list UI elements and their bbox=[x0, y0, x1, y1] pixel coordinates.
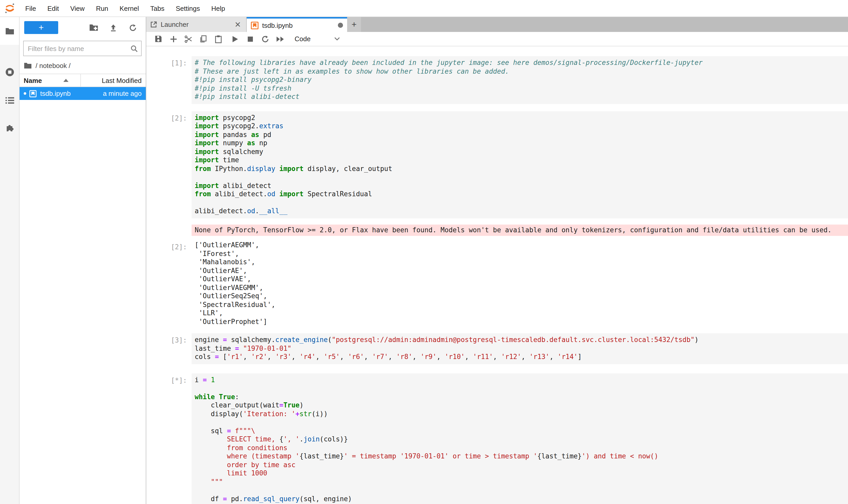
launcher-icon bbox=[150, 21, 157, 28]
tab-tsdb-ipynb[interactable]: tsdb.ipynb bbox=[247, 17, 347, 32]
stop-icon bbox=[247, 36, 253, 42]
jupyter-logo-icon bbox=[4, 3, 15, 14]
refresh-button[interactable] bbox=[123, 21, 143, 34]
home-folder-icon bbox=[24, 62, 32, 69]
cell-output-result: [2]:['OutlierAEGMM', 'IForest', 'Mahalan… bbox=[146, 240, 848, 326]
menu-tabs[interactable]: Tabs bbox=[145, 4, 170, 12]
notebook-toolbar: Code bbox=[146, 32, 848, 46]
plus-icon bbox=[170, 35, 177, 42]
cell-prompt: [3]: bbox=[146, 333, 192, 364]
menu-file[interactable]: File bbox=[20, 4, 42, 12]
cell-prompt: [*]: bbox=[146, 373, 192, 504]
list-icon bbox=[5, 97, 14, 104]
notebook-file-icon bbox=[29, 90, 37, 97]
code-cell: [1]:# The following libraries have alrea… bbox=[146, 56, 848, 104]
paste-button[interactable] bbox=[211, 32, 225, 46]
cell-input-editor[interactable]: engine = sqlalchemy.create_engine("postg… bbox=[192, 333, 848, 364]
filter-files-input[interactable] bbox=[27, 44, 130, 53]
save-icon bbox=[155, 35, 162, 43]
menu-run[interactable]: Run bbox=[90, 4, 114, 12]
output-prompt bbox=[146, 224, 192, 236]
restart-icon bbox=[261, 35, 269, 43]
file-browser-panel: + bbox=[20, 17, 146, 504]
column-divider bbox=[80, 74, 81, 87]
copy-icon bbox=[199, 35, 207, 43]
notebook-icon bbox=[251, 21, 258, 29]
cell-prompt: [1]: bbox=[146, 56, 192, 104]
file-row-tsdb[interactable]: tsdb.ipynb a minute ago bbox=[20, 87, 146, 100]
breadcrumb[interactable]: / notebook / bbox=[20, 56, 146, 74]
menu-edit[interactable]: Edit bbox=[42, 4, 65, 12]
column-name[interactable]: Name bbox=[20, 76, 42, 84]
chevron-down-icon bbox=[334, 37, 340, 41]
cut-button[interactable] bbox=[181, 32, 196, 46]
new-folder-icon bbox=[89, 24, 98, 32]
sidebar-tab-running-sessions[interactable] bbox=[0, 62, 19, 83]
jupyterlab-window: File Edit View Run Kernel Tabs Settings … bbox=[0, 0, 848, 504]
sort-ascending-icon[interactable] bbox=[64, 79, 69, 82]
cell-input-editor[interactable]: import psycopg2 import psycopg2.extras i… bbox=[192, 111, 848, 218]
sidebar-tab-table-of-contents[interactable] bbox=[0, 90, 19, 111]
cell-input-editor[interactable]: i = 1 while True: clear_output(wait=True… bbox=[192, 373, 848, 504]
copy-button[interactable] bbox=[196, 32, 211, 46]
filter-files-box bbox=[23, 41, 142, 56]
new-tab-button[interactable]: + bbox=[347, 17, 361, 32]
left-sidebar-strip bbox=[0, 17, 20, 504]
output-prompt: [2]: bbox=[146, 240, 192, 326]
code-cell: [3]:engine = sqlalchemy.create_engine("p… bbox=[146, 333, 848, 364]
close-tab-icon[interactable]: ✕ bbox=[234, 20, 242, 29]
sidebar-tab-file-browser[interactable] bbox=[0, 17, 19, 45]
cell-input-editor[interactable]: # The following libraries have already b… bbox=[192, 56, 848, 104]
new-folder-button[interactable] bbox=[84, 21, 104, 34]
unsaved-dot-icon bbox=[24, 92, 26, 95]
output-text: None of PyTorch, TensorFlow >= 2.0, or F… bbox=[192, 224, 848, 236]
cell-type-dropdown[interactable]: Code bbox=[294, 35, 340, 43]
tab-launcher-label: Launcher bbox=[161, 21, 230, 28]
stop-button[interactable] bbox=[242, 32, 257, 46]
cell-output-stderr: None of PyTorch, TensorFlow >= 2.0, or F… bbox=[146, 224, 848, 236]
file-name: tsdb.ipynb bbox=[40, 90, 71, 97]
insert-cell-button[interactable] bbox=[166, 32, 181, 46]
cell-prompt: [2]: bbox=[146, 111, 192, 218]
paste-icon bbox=[215, 35, 222, 43]
notebook-content[interactable]: [1]:# The following libraries have alrea… bbox=[146, 46, 848, 504]
output-text: ['OutlierAEGMM', 'IForest', 'Mahalanobis… bbox=[192, 240, 848, 326]
menu-bar: File Edit View Run Kernel Tabs Settings … bbox=[0, 0, 848, 17]
main-workspace: Launcher ✕ tsdb.ipynb + bbox=[146, 17, 848, 504]
tab-launcher[interactable]: Launcher ✕ bbox=[146, 17, 247, 32]
new-launcher-button[interactable]: + bbox=[24, 21, 58, 34]
fast-forward-icon bbox=[276, 36, 284, 42]
cell-type-value: Code bbox=[294, 35, 310, 43]
search-icon bbox=[130, 44, 138, 52]
file-list-header: Name Last Modified bbox=[20, 74, 146, 87]
upload-icon bbox=[109, 23, 118, 32]
tab-tsdb-label: tsdb.ipynb bbox=[262, 21, 334, 29]
unsaved-changes-dot-icon[interactable] bbox=[338, 23, 343, 28]
menu-help[interactable]: Help bbox=[205, 4, 231, 12]
refresh-icon bbox=[129, 23, 137, 32]
save-button[interactable] bbox=[151, 32, 166, 46]
sidebar-tab-extensions[interactable] bbox=[0, 117, 19, 138]
breadcrumb-path: / notebook / bbox=[36, 62, 71, 70]
file-last-modified: a minute ago bbox=[103, 90, 146, 97]
upload-button[interactable] bbox=[104, 21, 123, 34]
run-button[interactable] bbox=[228, 32, 242, 46]
run-icon bbox=[232, 35, 238, 42]
running-icon bbox=[5, 68, 14, 77]
menu-settings[interactable]: Settings bbox=[170, 4, 205, 12]
cut-icon bbox=[184, 35, 192, 43]
menu-view[interactable]: View bbox=[65, 4, 90, 12]
menu-kernel[interactable]: Kernel bbox=[114, 4, 144, 12]
restart-kernel-button[interactable] bbox=[257, 32, 272, 46]
column-last-modified[interactable]: Last Modified bbox=[102, 76, 146, 84]
dock-tab-bar: Launcher ✕ tsdb.ipynb + bbox=[146, 17, 848, 32]
folder-icon bbox=[5, 27, 14, 35]
code-cell: [2]:import psycopg2 import psycopg2.extr… bbox=[146, 111, 848, 218]
code-cell: [*]:i = 1 while True: clear_output(wait=… bbox=[146, 373, 848, 504]
puzzle-icon bbox=[5, 123, 14, 132]
fast-forward-button[interactable] bbox=[272, 32, 287, 46]
